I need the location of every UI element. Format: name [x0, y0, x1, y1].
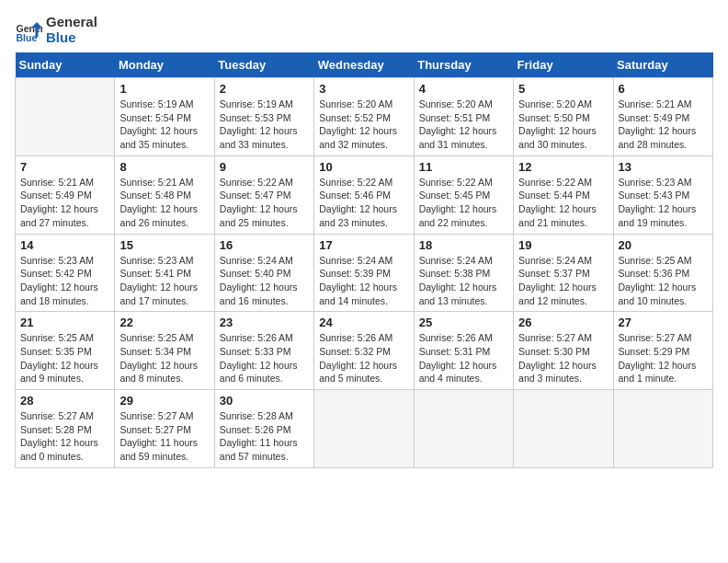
day-number: 4 — [419, 82, 508, 96]
day-info: Sunrise: 5:27 AM Sunset: 5:27 PM Dayligh… — [119, 409, 209, 464]
calendar-cell: 2Sunrise: 5:19 AM Sunset: 5:53 PM Daylig… — [214, 78, 313, 156]
day-number: 20 — [619, 238, 708, 252]
day-info: Sunrise: 5:22 AM Sunset: 5:46 PM Dayligh… — [319, 176, 408, 230]
day-number: 27 — [619, 316, 708, 329]
day-number: 19 — [518, 238, 608, 252]
day-info: Sunrise: 5:22 AM Sunset: 5:44 PM Dayligh… — [518, 176, 608, 230]
day-info: Sunrise: 5:21 AM Sunset: 5:49 PM Dayligh… — [619, 98, 708, 152]
day-number: 10 — [319, 160, 408, 174]
day-info: Sunrise: 5:25 AM Sunset: 5:34 PM Dayligh… — [119, 331, 209, 385]
day-info: Sunrise: 5:27 AM Sunset: 5:28 PM Dayligh… — [20, 409, 109, 464]
day-number: 21 — [20, 316, 109, 329]
calendar-cell: 11Sunrise: 5:22 AM Sunset: 5:45 PM Dayli… — [414, 155, 513, 234]
day-info: Sunrise: 5:27 AM Sunset: 5:29 PM Dayligh… — [619, 331, 708, 385]
calendar-week-1: 1Sunrise: 5:19 AM Sunset: 5:54 PM Daylig… — [16, 78, 713, 156]
logo: General Blue General Blue — [15, 15, 97, 45]
weekday-header-monday: Monday — [115, 52, 214, 78]
calendar-week-3: 14Sunrise: 5:23 AM Sunset: 5:42 PM Dayli… — [16, 234, 713, 312]
day-info: Sunrise: 5:22 AM Sunset: 5:47 PM Dayligh… — [220, 176, 309, 230]
calendar-cell: 23Sunrise: 5:26 AM Sunset: 5:33 PM Dayli… — [214, 312, 313, 390]
calendar-cell: 24Sunrise: 5:26 AM Sunset: 5:32 PM Dayli… — [314, 312, 414, 390]
calendar-cell: 5Sunrise: 5:20 AM Sunset: 5:50 PM Daylig… — [514, 78, 613, 156]
day-info: Sunrise: 5:26 AM Sunset: 5:33 PM Dayligh… — [220, 331, 309, 385]
day-number: 23 — [220, 316, 309, 329]
calendar-cell: 21Sunrise: 5:25 AM Sunset: 5:35 PM Dayli… — [16, 312, 115, 390]
calendar-cell: 18Sunrise: 5:24 AM Sunset: 5:38 PM Dayli… — [414, 234, 513, 312]
day-info: Sunrise: 5:24 AM Sunset: 5:40 PM Dayligh… — [220, 254, 309, 308]
day-info: Sunrise: 5:24 AM Sunset: 5:39 PM Dayligh… — [319, 254, 408, 308]
calendar-cell — [613, 390, 712, 468]
day-info: Sunrise: 5:26 AM Sunset: 5:31 PM Dayligh… — [419, 331, 508, 385]
day-info: Sunrise: 5:19 AM Sunset: 5:54 PM Dayligh… — [119, 98, 209, 152]
calendar-cell: 20Sunrise: 5:25 AM Sunset: 5:36 PM Dayli… — [613, 234, 712, 312]
day-number: 13 — [619, 160, 708, 174]
calendar-cell — [514, 390, 613, 468]
calendar-week-4: 21Sunrise: 5:25 AM Sunset: 5:35 PM Dayli… — [16, 312, 713, 390]
calendar-cell: 3Sunrise: 5:20 AM Sunset: 5:52 PM Daylig… — [314, 78, 414, 156]
calendar-cell: 10Sunrise: 5:22 AM Sunset: 5:46 PM Dayli… — [314, 155, 414, 234]
day-number: 28 — [20, 394, 109, 408]
calendar-cell: 16Sunrise: 5:24 AM Sunset: 5:40 PM Dayli… — [214, 234, 313, 312]
weekday-header-friday: Friday — [514, 52, 613, 78]
calendar-cell: 27Sunrise: 5:27 AM Sunset: 5:29 PM Dayli… — [613, 312, 712, 390]
day-number: 26 — [518, 316, 608, 329]
day-info: Sunrise: 5:23 AM Sunset: 5:43 PM Dayligh… — [619, 176, 708, 230]
calendar-cell: 17Sunrise: 5:24 AM Sunset: 5:39 PM Dayli… — [314, 234, 414, 312]
day-number: 22 — [119, 316, 209, 329]
day-info: Sunrise: 5:24 AM Sunset: 5:37 PM Dayligh… — [518, 254, 608, 308]
calendar-cell: 14Sunrise: 5:23 AM Sunset: 5:42 PM Dayli… — [16, 234, 115, 312]
calendar-week-2: 7Sunrise: 5:21 AM Sunset: 5:49 PM Daylig… — [16, 155, 713, 234]
calendar-cell — [16, 78, 115, 156]
weekday-header-sunday: Sunday — [16, 52, 115, 78]
calendar-cell: 26Sunrise: 5:27 AM Sunset: 5:30 PM Dayli… — [514, 312, 613, 390]
calendar-cell: 30Sunrise: 5:28 AM Sunset: 5:26 PM Dayli… — [214, 390, 313, 468]
calendar-cell: 1Sunrise: 5:19 AM Sunset: 5:54 PM Daylig… — [115, 78, 214, 156]
day-number: 11 — [419, 160, 508, 174]
day-number: 16 — [220, 238, 309, 252]
day-info: Sunrise: 5:21 AM Sunset: 5:48 PM Dayligh… — [119, 176, 209, 230]
day-info: Sunrise: 5:19 AM Sunset: 5:53 PM Dayligh… — [220, 98, 309, 152]
day-info: Sunrise: 5:25 AM Sunset: 5:36 PM Dayligh… — [619, 254, 708, 308]
day-info: Sunrise: 5:22 AM Sunset: 5:45 PM Dayligh… — [419, 176, 508, 230]
day-info: Sunrise: 5:23 AM Sunset: 5:41 PM Dayligh… — [119, 254, 209, 308]
calendar-table: SundayMondayTuesdayWednesdayThursdayFrid… — [15, 52, 713, 468]
day-info: Sunrise: 5:23 AM Sunset: 5:42 PM Dayligh… — [20, 254, 109, 308]
calendar-cell: 4Sunrise: 5:20 AM Sunset: 5:51 PM Daylig… — [414, 78, 513, 156]
day-number: 2 — [220, 82, 309, 96]
day-number: 3 — [319, 82, 408, 96]
day-info: Sunrise: 5:27 AM Sunset: 5:30 PM Dayligh… — [518, 331, 608, 385]
day-number: 30 — [220, 394, 309, 408]
calendar-cell: 9Sunrise: 5:22 AM Sunset: 5:47 PM Daylig… — [214, 155, 313, 234]
weekday-header-tuesday: Tuesday — [214, 52, 313, 78]
calendar-cell: 12Sunrise: 5:22 AM Sunset: 5:44 PM Dayli… — [514, 155, 613, 234]
day-info: Sunrise: 5:24 AM Sunset: 5:38 PM Dayligh… — [419, 254, 508, 308]
day-info: Sunrise: 5:25 AM Sunset: 5:35 PM Dayligh… — [20, 331, 109, 385]
svg-text:Blue: Blue — [17, 32, 38, 43]
day-number: 29 — [119, 394, 209, 408]
day-number: 7 — [20, 160, 109, 174]
calendar-cell: 28Sunrise: 5:27 AM Sunset: 5:28 PM Dayli… — [16, 390, 115, 468]
calendar-cell: 22Sunrise: 5:25 AM Sunset: 5:34 PM Dayli… — [115, 312, 214, 390]
day-number: 6 — [619, 82, 708, 96]
calendar-cell: 8Sunrise: 5:21 AM Sunset: 5:48 PM Daylig… — [115, 155, 214, 234]
day-number: 1 — [119, 82, 209, 96]
calendar-cell: 29Sunrise: 5:27 AM Sunset: 5:27 PM Dayli… — [115, 390, 214, 468]
calendar-cell — [414, 390, 513, 468]
day-number: 18 — [419, 238, 508, 252]
calendar-cell — [314, 390, 414, 468]
day-info: Sunrise: 5:26 AM Sunset: 5:32 PM Dayligh… — [319, 331, 408, 385]
day-number: 9 — [220, 160, 309, 174]
header: General Blue General Blue — [15, 15, 713, 45]
calendar-week-5: 28Sunrise: 5:27 AM Sunset: 5:28 PM Dayli… — [16, 390, 713, 468]
weekday-header-saturday: Saturday — [613, 52, 712, 78]
calendar-cell: 15Sunrise: 5:23 AM Sunset: 5:41 PM Dayli… — [115, 234, 214, 312]
day-info: Sunrise: 5:20 AM Sunset: 5:50 PM Dayligh… — [518, 98, 608, 152]
day-number: 8 — [119, 160, 209, 174]
calendar-cell: 19Sunrise: 5:24 AM Sunset: 5:37 PM Dayli… — [514, 234, 613, 312]
calendar-cell: 7Sunrise: 5:21 AM Sunset: 5:49 PM Daylig… — [16, 155, 115, 234]
day-info: Sunrise: 5:20 AM Sunset: 5:51 PM Dayligh… — [419, 98, 508, 152]
logo-icon: General Blue — [15, 17, 42, 44]
weekday-header-thursday: Thursday — [414, 52, 513, 78]
weekday-header-wednesday: Wednesday — [314, 52, 414, 78]
day-info: Sunrise: 5:28 AM Sunset: 5:26 PM Dayligh… — [220, 409, 309, 464]
